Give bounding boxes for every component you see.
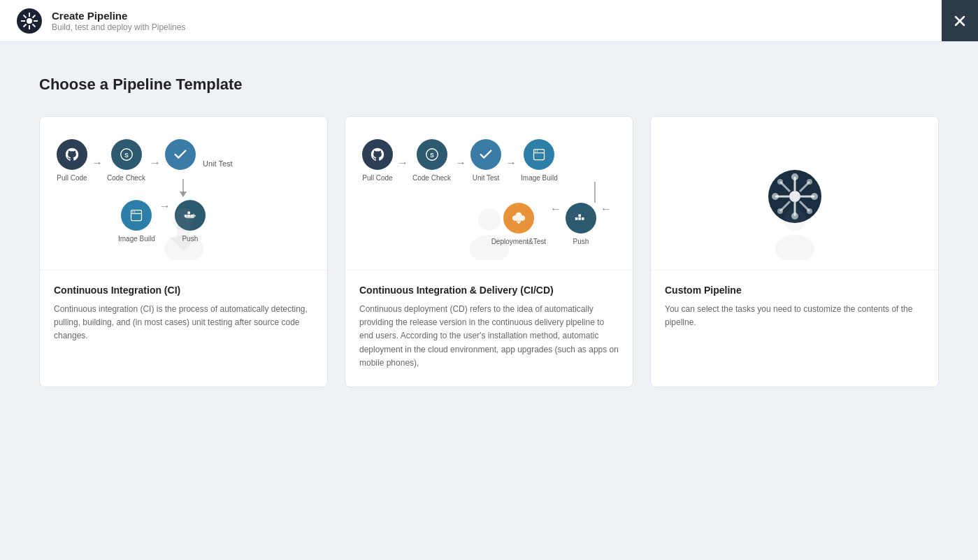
svg-point-51: [791, 213, 798, 220]
card-custom[interactable]: Custom Pipeline You can select the tasks…: [650, 116, 939, 387]
node-image-build-ci: Image Build: [118, 200, 155, 243]
card-ci-info: Continuous Integration (CI) Continuous i…: [40, 271, 327, 360]
svg-point-1: [27, 18, 32, 24]
svg-point-53: [811, 193, 818, 200]
close-button[interactable]: [942, 0, 978, 41]
svg-point-41: [789, 191, 800, 202]
arrow-back-2-cicd: ←: [596, 203, 616, 215]
header-title: Create Pipeline: [52, 9, 185, 23]
header: Create Pipeline Build, test and deploy w…: [0, 0, 978, 42]
svg-text:S: S: [124, 152, 129, 159]
card-custom-diagram: [651, 117, 938, 271]
card-cicd[interactable]: Pull Code → S Code Check →: [345, 116, 633, 387]
svg-rect-22: [187, 212, 190, 215]
svg-point-31: [537, 150, 538, 152]
arrow-3-cicd: →: [501, 157, 521, 169]
card-ci-diagram: Pull Code → S Code Check: [40, 117, 327, 271]
svg-point-30: [535, 150, 537, 152]
svg-marker-15: [180, 192, 187, 197]
arrow-3-ci: →: [155, 200, 175, 213]
node-pull-code: Pull Code: [57, 139, 87, 182]
svg-point-57: [777, 208, 783, 214]
cards-container: Pull Code → S Code Check: [39, 116, 939, 387]
card-ci-desc: Continuous integration (CI) is the proce…: [54, 303, 313, 343]
main-content: Choose a Pipeline Template Pull Code: [0, 42, 978, 421]
node-deploy-cicd: Deployment&Test: [491, 203, 546, 245]
node-unit-test-cicd: Unit Test: [470, 139, 501, 182]
card-cicd-desc: Continuous deployment (CD) refers to the…: [359, 303, 619, 370]
bend-line-cicd: [362, 182, 616, 203]
page-title: Choose a Pipeline Template: [39, 76, 939, 94]
card-custom-desc: You can select the tasks you need to cus…: [665, 303, 924, 329]
arrow-2: →: [145, 157, 165, 169]
svg-point-55: [807, 208, 812, 214]
arrow-back-1-cicd: ←: [546, 203, 566, 215]
node-push-cicd: Push: [566, 203, 596, 245]
svg-rect-34: [575, 217, 578, 220]
node-push-ci: Push: [175, 200, 206, 243]
node-pull-code-cicd: Pull Code: [362, 139, 393, 182]
arrow-1: →: [87, 157, 107, 169]
card-cicd-info: Continuous Integration & Delivery (CI/CD…: [345, 271, 633, 387]
header-subtitle: Build, test and deploy with Pipelines: [52, 22, 185, 32]
bend-down-ci: [57, 179, 310, 199]
svg-point-56: [807, 179, 812, 185]
svg-point-18: [133, 211, 134, 213]
custom-pipeline-icon: [767, 168, 823, 224]
svg-point-54: [777, 179, 783, 185]
header-left: Create Pipeline Build, test and deploy w…: [17, 8, 185, 34]
svg-point-52: [772, 193, 779, 200]
node-unit-test-ci: Unit Test: [165, 139, 196, 182]
header-titles: Create Pipeline Build, test and deploy w…: [52, 9, 185, 33]
svg-rect-35: [578, 217, 581, 220]
card-custom-title: Custom Pipeline: [665, 285, 924, 296]
card-ci-title: Continuous Integration (CI): [54, 285, 313, 296]
svg-point-19: [134, 211, 136, 213]
node-code-check-cicd: S Code Check: [412, 139, 451, 182]
card-ci[interactable]: Pull Code → S Code Check: [39, 116, 328, 387]
node-code-check: S Code Check: [107, 139, 145, 182]
unit-test-label-ci: Unit Test: [203, 159, 233, 168]
arrow-2-cicd: →: [451, 157, 470, 169]
svg-point-50: [791, 173, 798, 180]
svg-text:S: S: [430, 152, 434, 159]
svg-rect-36: [578, 215, 581, 217]
svg-rect-37: [582, 217, 584, 220]
svg-point-59: [775, 235, 814, 260]
arrow-1-cicd: →: [393, 157, 412, 169]
card-cicd-diagram: Pull Code → S Code Check →: [345, 117, 633, 271]
card-cicd-title: Continuous Integration & Delivery (CI/CD…: [359, 285, 619, 296]
logo-icon: [17, 8, 42, 34]
node-image-build-cicd: Image Build: [521, 139, 558, 182]
card-custom-info: Custom Pipeline You can select the tasks…: [651, 271, 938, 346]
